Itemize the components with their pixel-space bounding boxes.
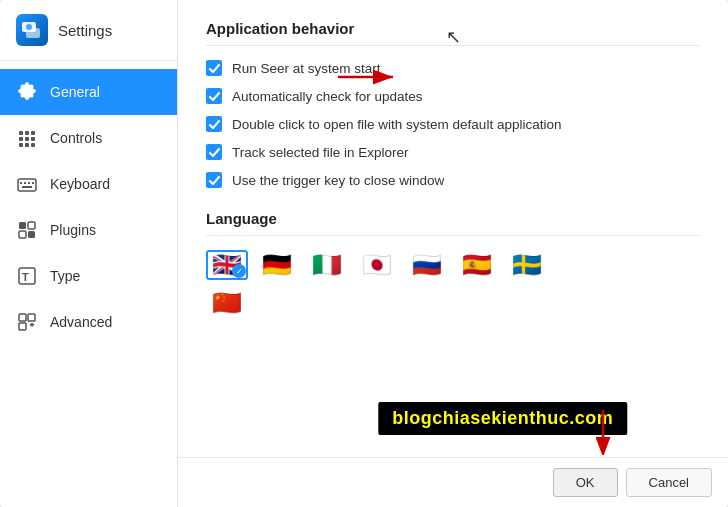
sidebar-item-controls-label: Controls bbox=[50, 130, 102, 146]
svg-rect-17 bbox=[22, 186, 32, 188]
svg-rect-6 bbox=[19, 137, 23, 141]
flag-es[interactable]: 🇪🇸 bbox=[456, 250, 498, 280]
main-content: ↖ Application behavior bbox=[178, 0, 728, 507]
svg-point-2 bbox=[26, 24, 32, 30]
checkbox-double-click-label: Double click to open file with system de… bbox=[232, 117, 561, 132]
checkbox-run-seer-box[interactable] bbox=[206, 60, 222, 76]
checkbox-track-file-box[interactable] bbox=[206, 144, 222, 160]
sidebar-item-general[interactable]: General bbox=[0, 69, 177, 115]
checkbox-trigger-key-box[interactable] bbox=[206, 172, 222, 188]
gear-icon bbox=[16, 81, 38, 103]
plugins-icon bbox=[16, 219, 38, 241]
sidebar: Settings General bbox=[0, 0, 178, 507]
flag-sv[interactable]: 🇸🇪 bbox=[506, 250, 548, 280]
flag-en[interactable]: 🇬🇧 ✓ bbox=[206, 250, 248, 280]
ok-button[interactable]: OK bbox=[553, 468, 618, 497]
sidebar-item-general-label: General bbox=[50, 84, 100, 100]
flag-es-emoji: 🇪🇸 bbox=[462, 251, 492, 279]
svg-rect-21 bbox=[28, 231, 35, 238]
flags-row: 🇬🇧 ✓ 🇩🇪 🇮🇹 🇯🇵 🇷🇺 bbox=[206, 250, 700, 280]
checkbox-auto-check[interactable]: Automatically check for updates bbox=[206, 88, 700, 104]
content-area: Application behavior Run Seer at system … bbox=[178, 0, 728, 457]
svg-rect-5 bbox=[31, 131, 35, 135]
behavior-section: Application behavior Run Seer at system … bbox=[206, 20, 700, 188]
language-section: Language 🇬🇧 ✓ 🇩🇪 🇮🇹 🇯🇵 bbox=[206, 210, 700, 318]
flag-jp[interactable]: 🇯🇵 bbox=[356, 250, 398, 280]
flag-cn-emoji: 🇨🇳 bbox=[212, 289, 242, 317]
svg-rect-3 bbox=[19, 131, 23, 135]
svg-rect-20 bbox=[19, 231, 26, 238]
svg-rect-10 bbox=[25, 143, 29, 147]
controls-icon bbox=[16, 127, 38, 149]
advanced-icon bbox=[16, 311, 38, 333]
flag-de-emoji: 🇩🇪 bbox=[262, 251, 292, 279]
flag-sv-emoji: 🇸🇪 bbox=[512, 251, 542, 279]
type-icon: T bbox=[16, 265, 38, 287]
checkbox-double-click-box[interactable] bbox=[206, 116, 222, 132]
checkbox-run-seer[interactable]: Run Seer at system start bbox=[206, 60, 700, 76]
checkbox-trigger-key[interactable]: Use the trigger key to close window bbox=[206, 172, 700, 188]
footer: OK Cancel bbox=[178, 457, 728, 507]
flag-de[interactable]: 🇩🇪 bbox=[256, 250, 298, 280]
sidebar-item-type-label: Type bbox=[50, 268, 80, 284]
flag-en-check: ✓ bbox=[232, 264, 246, 278]
checkbox-track-file-label: Track selected file in Explorer bbox=[232, 145, 409, 160]
svg-rect-13 bbox=[20, 182, 22, 184]
svg-rect-15 bbox=[28, 182, 30, 184]
svg-rect-26 bbox=[19, 323, 26, 330]
sidebar-item-type[interactable]: T Type bbox=[0, 253, 177, 299]
svg-rect-14 bbox=[24, 182, 26, 184]
checkbox-trigger-key-label: Use the trigger key to close window bbox=[232, 173, 444, 188]
svg-rect-12 bbox=[18, 179, 36, 191]
sidebar-item-advanced-label: Advanced bbox=[50, 314, 112, 330]
flags-row-2: 🇨🇳 bbox=[206, 288, 700, 318]
flag-ru[interactable]: 🇷🇺 bbox=[406, 250, 448, 280]
settings-window: Settings General bbox=[0, 0, 728, 507]
sidebar-item-controls[interactable]: Controls bbox=[0, 115, 177, 161]
sidebar-item-plugins-label: Plugins bbox=[50, 222, 96, 238]
svg-rect-19 bbox=[28, 222, 35, 229]
checkbox-list: Run Seer at system start Automatically c… bbox=[206, 60, 700, 188]
svg-rect-4 bbox=[25, 131, 29, 135]
app-title: Settings bbox=[58, 22, 112, 39]
checkbox-auto-check-label: Automatically check for updates bbox=[232, 89, 423, 104]
flag-cn[interactable]: 🇨🇳 bbox=[206, 288, 248, 318]
keyboard-icon bbox=[16, 173, 38, 195]
svg-rect-25 bbox=[28, 314, 35, 321]
sidebar-item-advanced[interactable]: Advanced bbox=[0, 299, 177, 345]
svg-text:T: T bbox=[22, 271, 29, 283]
sidebar-nav: General Contro bbox=[0, 61, 177, 507]
flag-it-emoji: 🇮🇹 bbox=[312, 251, 342, 279]
svg-rect-11 bbox=[31, 143, 35, 147]
sidebar-item-keyboard-label: Keyboard bbox=[50, 176, 110, 192]
sidebar-item-keyboard[interactable]: Keyboard bbox=[0, 161, 177, 207]
flag-ru-emoji: 🇷🇺 bbox=[412, 251, 442, 279]
checkbox-track-file[interactable]: Track selected file in Explorer bbox=[206, 144, 700, 160]
app-logo bbox=[16, 14, 48, 46]
svg-rect-9 bbox=[19, 143, 23, 147]
svg-rect-18 bbox=[19, 222, 26, 229]
behavior-section-title: Application behavior bbox=[206, 20, 700, 46]
sidebar-header: Settings bbox=[0, 0, 177, 61]
svg-rect-7 bbox=[25, 137, 29, 141]
svg-rect-16 bbox=[32, 182, 34, 184]
flag-it[interactable]: 🇮🇹 bbox=[306, 250, 348, 280]
flag-jp-emoji: 🇯🇵 bbox=[362, 251, 392, 279]
svg-rect-24 bbox=[19, 314, 26, 321]
svg-rect-8 bbox=[31, 137, 35, 141]
checkbox-auto-check-box[interactable] bbox=[206, 88, 222, 104]
language-section-title: Language bbox=[206, 210, 700, 236]
checkbox-run-seer-label: Run Seer at system start bbox=[232, 61, 381, 76]
watermark: blogchiasekienthuc.com bbox=[378, 402, 627, 435]
sidebar-item-plugins[interactable]: Plugins bbox=[0, 207, 177, 253]
cancel-button[interactable]: Cancel bbox=[626, 468, 712, 497]
checkbox-double-click[interactable]: Double click to open file with system de… bbox=[206, 116, 700, 132]
